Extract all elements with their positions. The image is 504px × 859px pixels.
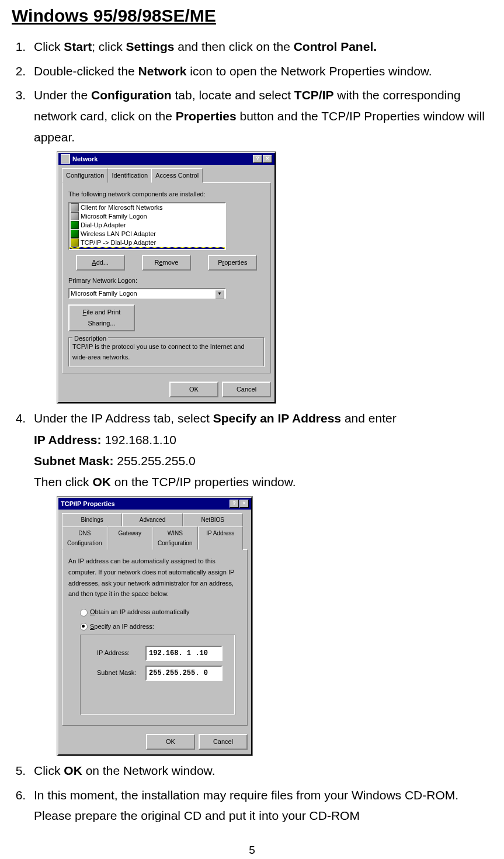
ok-button[interactable]: OK [146,734,195,750]
tab-dns[interactable]: DNS Configuration [62,527,107,550]
file-print-sharing-button[interactable]: File and Print Sharing... [68,304,135,331]
subnet-mask-value: 255.255.255.0 [117,454,195,467]
dialog-title: TCP/IP Properties [61,498,115,510]
ip-address-input[interactable]: 192.168. 1 .10 [145,646,223,661]
step-2: Double-clicked the Network icon to open … [29,61,492,82]
subnet-mask-label: Subnet Mask: [34,454,117,467]
tab-netbios[interactable]: NetBIOS [183,513,243,527]
description-label: Description [72,333,108,344]
chevron-down-icon[interactable]: ▼ [215,290,224,299]
tab-identification[interactable]: Identification [107,168,152,183]
adapter-icon [71,221,79,229]
ip-field-label: IP Address: [97,647,144,659]
tcpip-dialog: TCP/IP Properties ? × Bindings Advanced … [57,497,252,756]
tab-advanced[interactable]: Advanced [122,513,182,527]
description-group: Description TCP/IP is the protocol you u… [68,337,265,367]
network-dialog: Network ? × Configuration Identification… [57,152,276,403]
protocol-icon [71,248,79,250]
step-6: In this moment, the installation may req… [29,785,492,826]
dialog-title: Network [72,154,98,165]
client-icon [71,203,79,212]
close-button[interactable]: × [263,155,272,163]
tab-configuration[interactable]: Configuration [62,168,108,183]
tab-wins[interactable]: WINS Configuration [152,527,198,550]
help-button[interactable]: ? [230,500,239,508]
radio-icon [80,609,88,616]
protocol-icon [71,238,79,247]
step-3: Under the Configuration tab, locate and … [29,85,492,403]
subnet-field-label: Subnet Mask: [97,667,144,678]
logon-label: Primary Network Logon: [68,275,265,286]
step-1: Click Start; click Settings and then cli… [29,36,492,57]
remove-button[interactable]: Remove [142,255,191,271]
logon-dropdown[interactable]: Microsoft Family Logon ▼ [68,288,226,299]
titlebar[interactable]: Network ? × [58,153,274,165]
radio-obtain-auto[interactable]: Obtain an IP address automatically [80,607,241,618]
subnet-mask-input[interactable]: 255.255.255. 0 [145,666,223,681]
tab-ip-address[interactable]: IP Address [198,527,244,550]
tab-bindings[interactable]: Bindings [62,513,122,527]
adapter-icon [71,230,79,238]
instruction-list: Click Start; click Settings and then cli… [29,36,492,826]
properties-button[interactable]: Properties [208,255,257,271]
tab-gateway[interactable]: Gateway [107,527,153,550]
titlebar[interactable]: TCP/IP Properties ? × [58,498,251,510]
radio-specify[interactable]: Specify an IP address: [80,621,241,632]
ok-button[interactable]: OK [169,382,218,397]
tcpip-intro-text: An IP address can be automatically assig… [68,556,241,600]
add-button[interactable]: Add... [76,255,125,271]
ip-address-label: IP Address: [34,433,105,446]
step-5: Click OK on the Network window. [29,760,492,781]
tab-access-control[interactable]: Access Control [151,168,203,183]
step-4: Under the IP Address tab, select Specify… [29,408,492,756]
radio-icon [80,623,88,631]
page-heading: Windows 95/98/98SE/ME [12,6,492,26]
help-button[interactable]: ? [253,155,262,163]
close-button[interactable]: × [239,500,249,508]
list-item-selected[interactable]: TCP/IP -> Wireless LAN PC Card [69,247,225,250]
network-icon [61,154,70,164]
components-listbox[interactable]: Client for Microsoft Networks Microsoft … [68,202,226,250]
cancel-button[interactable]: Cancel [199,734,248,750]
list-item[interactable]: TCP/IP -> Dial-Up Adapter [69,238,225,247]
description-text: TCP/IP is the protocol you use to connec… [72,343,245,361]
components-label: The following network components are ins… [68,189,265,200]
client-icon [71,212,79,220]
cancel-button[interactable]: Cancel [222,382,271,397]
ip-address-value: 192.168.1.10 [105,433,176,446]
page-number: 5 [12,844,492,857]
